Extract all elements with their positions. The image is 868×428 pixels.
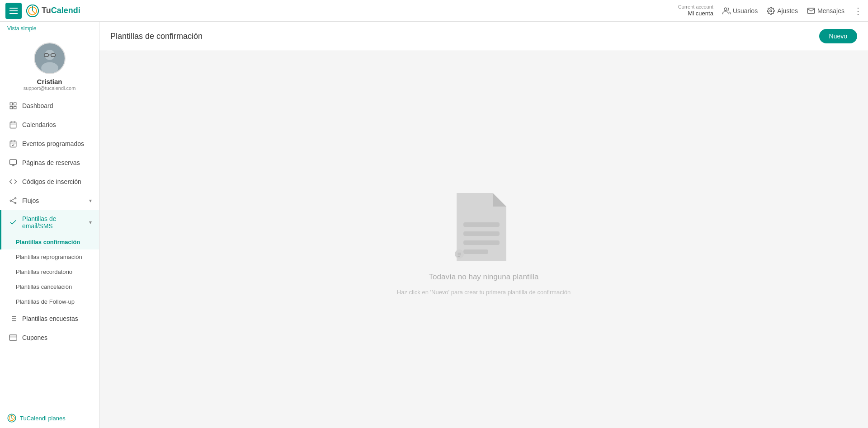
svg-line-30 xyxy=(11,199,15,201)
grid-icon xyxy=(9,101,18,110)
pages-icon xyxy=(9,158,18,167)
svg-rect-45 xyxy=(463,231,500,236)
sidebar-item-calendarios[interactable]: Calendarios xyxy=(0,115,99,134)
plantillas-email-label: Plantillas de email/SMS xyxy=(22,215,85,230)
sidebar-item-codigos[interactable]: Códigos de inserción xyxy=(0,172,99,191)
avatar-image xyxy=(35,42,65,74)
mensajes-link[interactable]: Mensajes xyxy=(807,7,844,15)
nuevo-button[interactable]: Nuevo xyxy=(819,29,857,43)
usuarios-link[interactable]: Usuarios xyxy=(722,7,758,15)
sidebar-item-dashboard[interactable]: Dashboard xyxy=(0,96,99,115)
sidebar-subitem-recordatorio[interactable]: Plantillas recordatorio xyxy=(0,264,99,279)
code-icon xyxy=(9,177,18,186)
sidebar-item-eventos[interactable]: Eventos programados xyxy=(0,134,99,153)
codigos-label: Códigos de inserción xyxy=(22,178,92,185)
svg-line-3 xyxy=(33,11,35,13)
app-layout: Vista simple Cristian support@tucalendi.… xyxy=(0,22,868,428)
empty-state: Todavía no hay ninguna plantilla Haz cli… xyxy=(397,184,571,296)
svg-rect-46 xyxy=(463,240,500,245)
user-email: support@tucalendi.com xyxy=(24,85,76,91)
svg-rect-13 xyxy=(14,103,16,105)
mail-icon xyxy=(807,7,815,15)
usuarios-label: Usuarios xyxy=(733,7,758,14)
hamburger-icon xyxy=(9,8,18,14)
users-icon xyxy=(722,7,731,15)
svg-rect-44 xyxy=(463,222,500,227)
svg-point-4 xyxy=(724,8,727,10)
flujos-chevron: ▾ xyxy=(89,198,92,204)
flujos-icon xyxy=(9,196,18,205)
vista-simple-link[interactable]: Vista simple xyxy=(0,22,99,35)
page-header: Plantillas de confirmación Nuevo xyxy=(99,22,868,51)
svg-rect-12 xyxy=(10,103,12,105)
mensajes-label: Mensajes xyxy=(817,7,844,14)
empty-templates-icon xyxy=(448,184,520,265)
svg-rect-49 xyxy=(458,253,461,254)
svg-point-29 xyxy=(15,202,16,204)
sidebar-item-cupones[interactable]: Cupones xyxy=(0,328,99,347)
svg-line-43 xyxy=(12,418,13,419)
svg-rect-14 xyxy=(10,107,12,109)
main-content-area: Plantillas de confirmación Nuevo xyxy=(99,22,868,428)
calendar-icon xyxy=(9,120,18,129)
empty-state-container: Todavía no hay ninguna plantilla Haz cli… xyxy=(99,51,868,428)
paginas-label: Páginas de reservas xyxy=(22,159,92,166)
eventos-label: Eventos programados xyxy=(22,140,92,147)
svg-rect-51 xyxy=(458,256,460,257)
svg-line-31 xyxy=(11,201,15,203)
logo-area[interactable]: TuCalendi xyxy=(26,5,80,17)
current-account-label: Current account xyxy=(678,4,713,10)
sidebar-bottom: TuCalendi planes xyxy=(0,408,99,428)
sidebar-item-plantillas-encuestas[interactable]: Plantillas encuestas xyxy=(0,309,99,328)
svg-rect-47 xyxy=(463,249,488,254)
topnav-right: Current account Mi cuenta Usuarios Ajust… xyxy=(678,4,863,17)
svg-rect-15 xyxy=(14,107,16,109)
sidebar-user: Cristian support@tucalendi.com xyxy=(0,35,99,96)
avatar xyxy=(34,42,66,74)
ajustes-label: Ajustes xyxy=(777,7,798,14)
svg-rect-20 xyxy=(10,141,16,147)
sidebar: Vista simple Cristian support@tucalendi.… xyxy=(0,22,99,428)
svg-point-8 xyxy=(41,62,58,74)
svg-rect-50 xyxy=(458,254,461,255)
sidebar-subitem-followup[interactable]: Plantillas de Follow-up xyxy=(0,294,99,309)
plantillas-email-chevron: ▾ xyxy=(89,219,92,226)
svg-rect-24 xyxy=(10,160,17,165)
sidebar-nav: Dashboard Calendarios xyxy=(0,96,99,408)
empty-subtitle: Haz click en 'Nuevo' para crear tu prime… xyxy=(397,289,571,296)
sidebar-item-paginas[interactable]: Páginas de reservas xyxy=(0,153,99,172)
user-name: Cristian xyxy=(37,78,62,85)
events-icon xyxy=(9,139,18,148)
cupones-label: Cupones xyxy=(22,334,92,341)
planes-icon xyxy=(7,414,16,423)
svg-point-5 xyxy=(770,9,772,12)
sidebar-subitem-cancelacion[interactable]: Plantillas cancelación xyxy=(0,279,99,294)
empty-title: Todavía no hay ninguna plantilla xyxy=(429,273,539,282)
hamburger-button[interactable] xyxy=(5,3,22,19)
svg-rect-16 xyxy=(10,122,16,128)
page-title: Plantillas de confirmación xyxy=(110,32,203,41)
sidebar-subitem-confirmacion[interactable]: Plantillas confirmación xyxy=(0,235,99,249)
svg-point-27 xyxy=(10,200,11,202)
svg-rect-38 xyxy=(9,335,17,340)
ajustes-link[interactable]: Ajustes xyxy=(767,7,798,15)
topnav-left: TuCalendi xyxy=(5,3,80,19)
planes-label: TuCalendi planes xyxy=(20,415,66,422)
sidebar-subitem-reprogramacion[interactable]: Plantillas reprogramación xyxy=(0,249,99,264)
current-account-value: Mi cuenta xyxy=(678,10,713,17)
sidebar-item-plantillas-email[interactable]: Plantillas de email/SMS ▾ xyxy=(0,210,99,235)
survey-icon xyxy=(9,314,18,323)
tucalendi-planes-link[interactable]: TuCalendi planes xyxy=(7,414,92,423)
sidebar-item-flujos[interactable]: Flujos ▾ xyxy=(0,191,99,210)
current-account[interactable]: Current account Mi cuenta xyxy=(678,4,713,17)
top-navigation: TuCalendi Current account Mi cuenta Usua… xyxy=(0,0,868,22)
plantillas-encuestas-label: Plantillas encuestas xyxy=(22,315,92,322)
more-options-button[interactable]: ⋮ xyxy=(854,5,863,16)
check-circle-icon xyxy=(9,218,18,227)
coupon-icon xyxy=(9,333,18,342)
logo-icon xyxy=(26,5,39,17)
flujos-label: Flujos xyxy=(22,197,85,204)
gear-icon xyxy=(767,7,775,15)
calendarios-label: Calendarios xyxy=(22,121,92,128)
dashboard-label: Dashboard xyxy=(22,102,92,109)
